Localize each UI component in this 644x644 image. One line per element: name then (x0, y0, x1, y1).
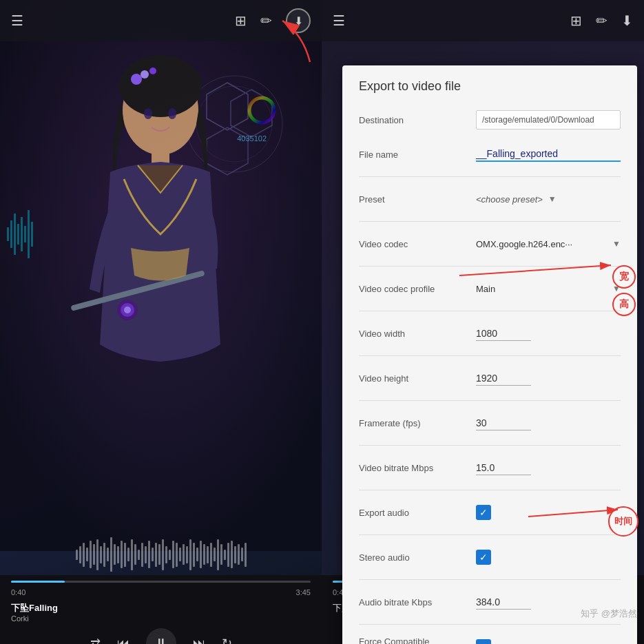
waveform-bar (214, 548, 216, 561)
codec-dropdown-arrow: ▼ (612, 239, 621, 249)
export-circle-icon: ⬇ (294, 14, 303, 28)
divider-11 (359, 624, 621, 625)
watermark: 知乎 @梦浩然 (581, 607, 637, 620)
waveform-bar (124, 543, 126, 567)
video-codec-value: OMX.google.h264.enc··· (476, 239, 607, 249)
song-title-left: 下坠Falling (11, 602, 58, 614)
toolbar-left: ☰ ⊞ ✏ ⬇ (0, 0, 322, 41)
waveform-bar (196, 548, 198, 561)
waveform-bar (86, 548, 88, 561)
waveform-bar (107, 548, 109, 561)
force-compat-label: Force Compatible Width/Height (359, 636, 476, 644)
waveform-bar (200, 541, 202, 568)
divider-7 (359, 445, 621, 446)
profile-dropdown-arrow: ▼ (612, 284, 621, 293)
video-codec-select[interactable]: OMX.google.h264.enc··· ▼ (476, 239, 621, 249)
export-circle-button[interactable]: ⬇ (286, 8, 311, 33)
divider-10 (359, 579, 621, 580)
destination-value[interactable]: /storage/emulated/0/Download (476, 110, 621, 129)
waveform-bar (162, 539, 164, 570)
filename-label: File name (359, 149, 476, 160)
export-dialog: Export to video file Destination /storag… (342, 65, 637, 644)
bitrate-input[interactable] (476, 461, 531, 475)
svg-rect-13 (28, 210, 30, 258)
waveform-bar (193, 543, 195, 567)
svg-point-21 (168, 108, 176, 119)
svg-point-20 (144, 108, 152, 119)
repeat-button[interactable]: ↻ (222, 636, 232, 644)
stereo-audio-checkbox[interactable]: ✓ (476, 550, 491, 565)
pencil-icon-left[interactable]: ✏ (260, 12, 272, 29)
svg-rect-7 (7, 227, 9, 241)
waveform-bar (121, 541, 123, 568)
export-icon-right[interactable]: ⬇ (621, 12, 633, 29)
codec-profile-select[interactable]: Main ▼ (476, 284, 621, 294)
svg-rect-11 (21, 217, 23, 251)
pencil-icon-right[interactable]: ✏ (596, 12, 607, 29)
toolbar-right: ☰ ⊞ ✏ ⬇ (322, 0, 644, 41)
preset-row: Preset <choose preset> ▼ (359, 187, 621, 211)
video-height-input[interactable] (476, 371, 531, 386)
waveform-bar (241, 548, 243, 561)
waveform-bar (110, 537, 112, 572)
waveform-bar (176, 543, 178, 567)
destination-row: Destination /storage/emulated/0/Download (359, 107, 621, 132)
preset-select[interactable]: <choose preset> ▼ (476, 194, 621, 205)
song-info-left: 下坠Falling Corki (11, 602, 311, 623)
export-audio-checkbox[interactable]: ✓ (476, 505, 491, 520)
menu-icon-right[interactable]: ☰ (333, 12, 345, 29)
waveform-bar (245, 543, 247, 567)
player-controls-left: 0:40 3:45 下坠Falling Corki ⇄ ⏮ ⏸ ⏭ ↻ (0, 575, 322, 644)
codec-profile-label: Video codec profile (359, 284, 476, 294)
export-audio-label: Export audio (359, 508, 476, 518)
svg-point-16 (119, 55, 202, 117)
waveform-bar (203, 544, 205, 565)
waveform-bar (224, 550, 226, 560)
prev-button[interactable]: ⏮ (117, 636, 129, 645)
hud-number: 4035102 (237, 134, 267, 143)
waveform-bar (134, 544, 136, 565)
video-codec-label: Video codec (359, 239, 476, 249)
divider-8 (359, 490, 621, 490)
preset-label: Preset (359, 194, 476, 205)
codec-profile-row: Video codec profile Main ▼ (359, 276, 621, 301)
video-width-row: Video width (359, 321, 621, 346)
progress-bar[interactable] (11, 581, 311, 583)
svg-point-19 (149, 67, 156, 74)
next-button[interactable]: ⏭ (193, 636, 205, 645)
video-width-input[interactable] (476, 326, 531, 341)
waveform-bar (165, 546, 167, 563)
left-panel: 4035102 ☰ ⊞ ✏ ⬇ // Generate waveform bar… (0, 0, 322, 644)
bitrate-row: Video bitrate Mbps (359, 455, 621, 480)
waveform-bar (169, 550, 171, 560)
waveform-bar (76, 550, 78, 560)
waveform-bar (172, 541, 174, 568)
svg-rect-10 (17, 224, 19, 245)
audio-bitrate-input[interactable] (476, 595, 531, 610)
shuffle-button[interactable]: ⇄ (90, 636, 101, 644)
right-panel: ☰ ⊞ ✏ ⬇ Export to video file Destination… (322, 0, 644, 644)
grid-icon-right[interactable]: ⊞ (570, 12, 582, 29)
time-labels: 0:40 3:45 (11, 588, 311, 596)
waveform-bars: // Generate waveform bars inline (76, 537, 247, 572)
force-compat-checkbox[interactable]: ✓ (476, 639, 491, 644)
pause-button[interactable]: ⏸ (146, 628, 176, 644)
total-time-left: 3:45 (296, 588, 311, 596)
grid-icon-left[interactable]: ⊞ (235, 12, 247, 29)
bitrate-label: Video bitrate Mbps (359, 463, 476, 473)
divider-5 (359, 355, 621, 356)
waveform-bar (158, 544, 160, 565)
framerate-label: Framerate (fps) (359, 418, 476, 428)
waveform-bar (231, 541, 233, 568)
codec-profile-value: Main (476, 284, 607, 294)
framerate-input[interactable] (476, 416, 531, 430)
menu-icon[interactable]: ☰ (11, 12, 23, 29)
divider-6 (359, 400, 621, 401)
force-compat-row: Force Compatible Width/Height ✓ (359, 634, 621, 644)
waveform-bar (131, 539, 133, 570)
song-artist-left: Corki (11, 614, 58, 623)
divider-2 (359, 221, 621, 222)
destination-label: Destination (359, 115, 476, 125)
filename-input[interactable] (476, 147, 621, 162)
waveform-bar (155, 543, 157, 567)
